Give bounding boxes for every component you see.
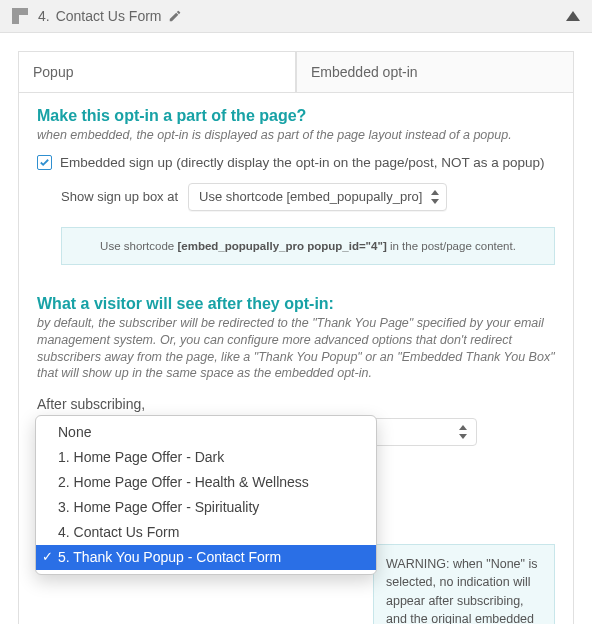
- section-embed-title: Make this opt-in a part of the page?: [37, 107, 555, 125]
- section-after-subtitle: by default, the subscriber will be redir…: [37, 315, 555, 383]
- dropdown-option-2[interactable]: 2. Home Page Offer - Health & Wellness: [36, 470, 376, 495]
- select-arrows-icon: [430, 190, 440, 204]
- collapse-icon[interactable]: [566, 11, 580, 21]
- embedded-checkbox-row: Embedded sign up (directly display the o…: [37, 154, 555, 173]
- edit-icon[interactable]: [168, 9, 182, 23]
- dropdown-option-none[interactable]: None: [36, 420, 376, 445]
- show-signup-label: Show sign up box at: [61, 189, 178, 204]
- warning-box: WARNING: when "None" is selected, no ind…: [373, 544, 555, 624]
- panel-name: Contact Us Form: [56, 8, 162, 24]
- dropdown-option-5[interactable]: 5. Thank You Popup - Contact Form: [36, 545, 376, 570]
- section-after-optin: What a visitor will see after they opt-i…: [37, 295, 555, 624]
- dropdown-option-1[interactable]: 1. Home Page Offer - Dark: [36, 445, 376, 470]
- shortcode-info: Use shortcode [embed_popupally_pro popup…: [61, 227, 555, 265]
- panel-number: 4.: [38, 8, 50, 24]
- tab-embedded[interactable]: Embedded opt-in: [296, 52, 573, 92]
- section-after-title: What a visitor will see after they opt-i…: [37, 295, 555, 313]
- panel-title: 4. Contact Us Form: [38, 8, 566, 24]
- show-signup-row: Show sign up box at Use shortcode [embed…: [37, 183, 555, 211]
- tab-popup[interactable]: Popup: [19, 52, 296, 92]
- tab-content: Make this opt-in a part of the page? whe…: [19, 93, 573, 624]
- corner-icon: [12, 8, 28, 24]
- show-signup-value: Use shortcode [embed_popupally_pro]: [199, 189, 422, 204]
- panel-header: 4. Contact Us Form: [0, 0, 592, 33]
- dropdown-option-4[interactable]: 4. Contact Us Form: [36, 520, 376, 545]
- section-embed-subtitle: when embedded, the opt-in is displayed a…: [37, 127, 555, 144]
- after-subscribing-label: After subscribing,: [37, 396, 555, 412]
- tab-row: Popup Embedded opt-in: [19, 52, 573, 93]
- settings-panel: Popup Embedded opt-in Make this opt-in a…: [18, 51, 574, 624]
- info-prefix: Use shortcode: [100, 240, 177, 252]
- info-code: [embed_popupally_pro popup_id="4"]: [177, 240, 386, 252]
- after-select-wrap: None 1. Home Page Offer - Dark 2. Home P…: [37, 418, 555, 446]
- embedded-checkbox[interactable]: [37, 155, 52, 170]
- show-signup-select[interactable]: Use shortcode [embed_popupally_pro]: [188, 183, 447, 211]
- after-subscribing-dropdown: None 1. Home Page Offer - Dark 2. Home P…: [35, 415, 377, 575]
- select-arrows-icon: [458, 425, 468, 439]
- info-suffix: in the post/page content.: [387, 240, 516, 252]
- embedded-checkbox-label: Embedded sign up (directly display the o…: [60, 154, 545, 173]
- dropdown-option-3[interactable]: 3. Home Page Offer - Spirituality: [36, 495, 376, 520]
